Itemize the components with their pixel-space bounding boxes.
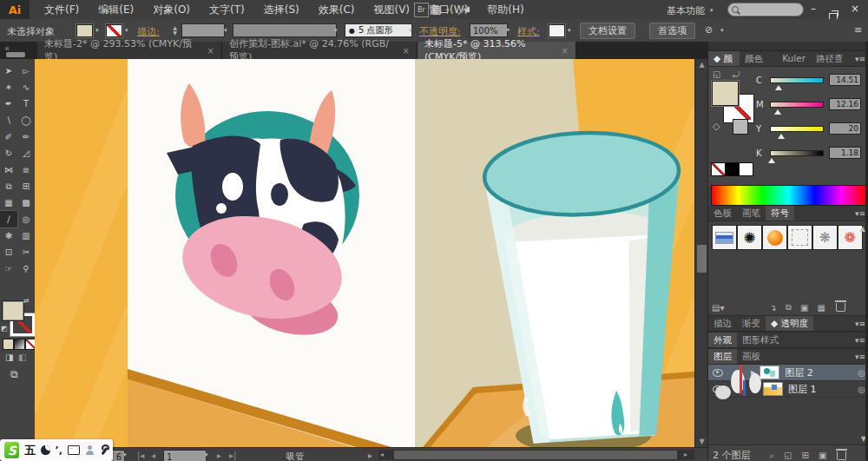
type-tool[interactable]: T: [17, 95, 35, 112]
ime-fullhalf-icon[interactable]: [41, 445, 49, 455]
layer-name[interactable]: 图层 1: [788, 383, 817, 396]
scale-tool[interactable]: ◿: [17, 145, 35, 161]
selection-tool[interactable]: ➤: [0, 63, 17, 79]
next-artboard-icon[interactable]: ▸: [217, 451, 221, 460]
line-segment-tool[interactable]: ∖: [0, 112, 17, 128]
eyedropper-tool[interactable]: ⧸: [0, 211, 17, 227]
lasso-tool[interactable]: ∿: [17, 79, 35, 95]
draw-behind-icon[interactable]: ◧: [18, 352, 26, 362]
doc-tab-2[interactable]: 创作策划-图标.ai* @ 24.76% (RGB/预览)×: [222, 42, 418, 59]
brush-definition[interactable]: ● 5 点圆形: [345, 23, 412, 37]
value-k[interactable]: 1.18: [829, 147, 861, 159]
vertical-scrollbar[interactable]: ▲ ▼: [694, 59, 708, 447]
pencil-tool[interactable]: ✏: [17, 128, 35, 145]
color-spectrum[interactable]: [711, 185, 866, 206]
symbol-options-icon[interactable]: ▣: [800, 303, 808, 313]
zoom-tool[interactable]: ⚲: [17, 260, 35, 277]
new-layer-icon[interactable]: ▣: [819, 451, 826, 460]
style-swatch[interactable]: [549, 24, 565, 37]
symbol-twirl[interactable]: ❋: [812, 225, 838, 250]
chevron-down-icon[interactable]: ▾: [566, 27, 573, 34]
default-fill-stroke-icon[interactable]: ◩: [1, 325, 8, 333]
fill-proxy-swatch[interactable]: [712, 81, 739, 106]
symbol-blue-gradient[interactable]: [712, 225, 737, 250]
ime-logo[interactable]: S: [4, 442, 19, 458]
chevron-down-icon[interactable]: ▾: [222, 27, 229, 34]
rotate-tool[interactable]: ↻: [0, 145, 17, 161]
place-symbol-icon[interactable]: ↴: [769, 303, 776, 313]
slice-tool[interactable]: ✂: [17, 244, 35, 260]
artboard-tool[interactable]: ⊡: [0, 244, 17, 260]
white-swatch[interactable]: [739, 162, 753, 176]
artboard-dropdown-icon[interactable]: ▾: [203, 451, 210, 458]
tab-appearance[interactable]: 外观: [708, 333, 737, 347]
first-artboard-icon[interactable]: |◂: [137, 451, 144, 460]
swap-colors-icon[interactable]: ⤾: [733, 69, 740, 80]
tab-color[interactable]: ◆ 颜色: [708, 51, 740, 66]
screen-mode-icon[interactable]: ⧉: [10, 368, 18, 380]
slider-m[interactable]: [770, 102, 824, 108]
ime-settings-icon[interactable]: [99, 445, 108, 456]
column-graph-tool[interactable]: ▥: [17, 227, 35, 244]
scroll-left-icon[interactable]: ◂: [380, 451, 384, 458]
panel-menu-icon[interactable]: ≡: [854, 24, 862, 36]
ime-punctuation-icon[interactable]: ’,: [56, 445, 62, 456]
ime-account-icon[interactable]: [85, 445, 94, 455]
scroll-down-icon[interactable]: ▼: [695, 438, 708, 445]
chevron-right-icon[interactable]: ▸: [505, 26, 512, 33]
opacity-panel-link[interactable]: 不透明度:: [419, 25, 461, 38]
scroll-up-icon[interactable]: ▲: [695, 61, 708, 69]
chevron-down-icon[interactable]: ▾: [407, 27, 414, 34]
workspace-switcher[interactable]: 基本功能: [667, 4, 705, 17]
shape-builder-tool[interactable]: ⧉: [0, 178, 17, 194]
menu-edit[interactable]: 编辑(E): [89, 0, 143, 19]
none-swatch[interactable]: [711, 162, 726, 176]
chevron-down-icon[interactable]: ▾: [719, 27, 726, 34]
tab-kuler[interactable]: Kuler: [777, 51, 811, 66]
close-icon[interactable]: ×: [562, 46, 569, 56]
clipping-mask-icon[interactable]: ◱: [784, 451, 792, 460]
layer-name[interactable]: 图层 2: [785, 366, 813, 379]
doc-tab-3-active[interactable]: 未标题-5* @ 313.56% (CMYK/预览)×: [418, 42, 576, 59]
toolbar-fill-swatch[interactable]: [3, 301, 23, 320]
chevron-down-icon[interactable]: ▾: [708, 7, 715, 14]
gradient-mode-button[interactable]: [14, 339, 25, 350]
opacity-field[interactable]: 100%: [470, 23, 508, 37]
slider-k[interactable]: [770, 150, 824, 156]
close-button[interactable]: ×: [845, 1, 865, 16]
arrange-documents-icon[interactable]: ▦: [431, 3, 441, 16]
tab-swatches[interactable]: 色板: [708, 206, 737, 221]
symbol-frame[interactable]: [787, 225, 812, 250]
menu-effect[interactable]: 效果(C): [309, 0, 365, 19]
prev-artboard-icon[interactable]: ◂: [151, 451, 155, 460]
zoom-dropdown-icon[interactable]: ▾: [122, 451, 128, 458]
chevron-down-icon[interactable]: ▾: [444, 7, 451, 14]
menu-object[interactable]: 对象(O): [143, 0, 200, 19]
new-sublayer-icon[interactable]: ⊞: [802, 451, 809, 460]
hand-tool[interactable]: ☞: [0, 260, 17, 277]
ime-keyboard-icon[interactable]: [68, 445, 80, 455]
paintbrush-tool[interactable]: ✐: [0, 128, 17, 145]
target-icon[interactable]: ◎: [858, 368, 865, 378]
draw-normal-icon[interactable]: ◨: [5, 352, 13, 362]
stroke-weight-field[interactable]: [181, 23, 225, 37]
pen-tool[interactable]: ✒: [0, 95, 17, 112]
no-sync-icon[interactable]: [460, 6, 467, 13]
link-icon[interactable]: ◱: [713, 69, 720, 79]
tab-pathfinder[interactable]: 路径查找器: [811, 51, 855, 66]
delete-symbol-icon[interactable]: [836, 303, 845, 312]
break-link-icon[interactable]: ⧉: [786, 302, 792, 313]
tab-brushes[interactable]: 画笔: [737, 206, 766, 221]
minimize-button[interactable]: –: [804, 1, 823, 16]
variable-width-profile[interactable]: [233, 23, 337, 37]
symbol-daisy[interactable]: ❁: [838, 225, 863, 250]
tab-gradient[interactable]: 渐变: [737, 316, 766, 331]
tab-symbols[interactable]: 符号: [766, 206, 794, 221]
slider-y[interactable]: [770, 126, 824, 132]
direct-selection-tool[interactable]: ▻: [17, 63, 35, 79]
perspective-grid-tool[interactable]: ⊞: [17, 178, 35, 194]
ime-mode[interactable]: 五: [24, 443, 36, 458]
locate-object-icon[interactable]: ⌕: [770, 451, 775, 461]
horizontal-scrollbar[interactable]: ◂ ▸: [378, 450, 694, 460]
close-icon[interactable]: ×: [403, 46, 410, 56]
